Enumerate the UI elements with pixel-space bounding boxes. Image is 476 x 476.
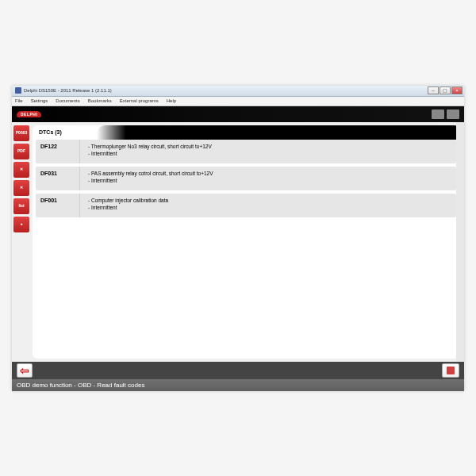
main-panel: DTCs (3) DF122 - Thermoplunger No3 relay… bbox=[33, 125, 459, 359]
menu-documents[interactable]: Documents bbox=[56, 98, 79, 103]
dtc-code: DF001 bbox=[36, 194, 80, 217]
brand-logo: DELPHI bbox=[17, 111, 41, 117]
dtc-row[interactable]: DF031 - PAS assembly relay cotrol circui… bbox=[36, 167, 456, 190]
header-button-1[interactable] bbox=[432, 109, 444, 119]
dtc-description: - Computer injector calibration data - I… bbox=[80, 194, 456, 217]
tool-settings-icon[interactable]: ✕ bbox=[13, 162, 29, 178]
minimize-button[interactable]: – bbox=[428, 86, 439, 94]
back-arrow-icon: ⇦ bbox=[20, 364, 29, 377]
dtc-code: DF031 bbox=[36, 167, 80, 190]
status-text: OBD demo function - OBD - Read fault cod… bbox=[17, 382, 144, 389]
menu-bookmarks[interactable]: Bookmarks bbox=[88, 98, 112, 103]
dtc-description: - Thermoplunger No3 relay circuit, short… bbox=[80, 140, 456, 163]
statusbar: OBD demo function - OBD - Read fault cod… bbox=[12, 379, 464, 391]
dtc-header: DTCs (3) bbox=[33, 125, 459, 140]
scrollbar[interactable] bbox=[456, 122, 464, 362]
close-button[interactable]: × bbox=[451, 86, 463, 94]
left-toolbar: P0603 PDF ✕ ✕ list ● bbox=[12, 122, 31, 362]
dtc-list: DF122 - Thermoplunger No3 relay circuit,… bbox=[33, 140, 459, 359]
dtc-row[interactable]: DF122 - Thermoplunger No3 relay circuit,… bbox=[36, 140, 456, 163]
dtc-row[interactable]: DF001 - Computer injector calibration da… bbox=[36, 194, 456, 217]
dtc-description: - PAS assembly relay cotrol circuit, sho… bbox=[80, 167, 456, 190]
content-area: P0603 PDF ✕ ✕ list ● DTCs (3) DF122 - Th… bbox=[12, 122, 464, 362]
back-button[interactable]: ⇦ bbox=[17, 363, 33, 378]
dtc-code: DF122 bbox=[36, 140, 80, 163]
window-title: Delphi DS150E - 2011 Release 1 (2.11.1) bbox=[24, 88, 112, 93]
menu-settings[interactable]: Settings bbox=[31, 98, 48, 103]
menu-external[interactable]: External programs bbox=[120, 98, 159, 103]
header-button-2[interactable] bbox=[447, 109, 459, 119]
dtc-title: DTCs (3) bbox=[39, 129, 62, 135]
maximize-button[interactable]: ▢ bbox=[440, 86, 451, 94]
action-icon bbox=[447, 367, 455, 374]
titlebar: Delphi DS150E - 2011 Release 1 (2.11.1) … bbox=[12, 86, 464, 97]
tool-pdf[interactable]: PDF bbox=[13, 144, 29, 159]
tool-erase-icon[interactable]: ✕ bbox=[13, 180, 29, 196]
menubar: File Settings Documents Bookmarks Extern… bbox=[12, 97, 464, 106]
tool-p0603[interactable]: P0603 bbox=[13, 125, 29, 141]
bottom-bar: ⇦ bbox=[12, 362, 464, 379]
header: DELPHI bbox=[12, 106, 464, 122]
menu-help[interactable]: Help bbox=[167, 98, 176, 103]
menu-file[interactable]: File bbox=[15, 98, 23, 103]
app-window: Delphi DS150E - 2011 Release 1 (2.11.1) … bbox=[12, 86, 464, 391]
app-icon bbox=[15, 87, 21, 94]
action-button[interactable] bbox=[442, 363, 459, 378]
tool-info[interactable]: ● bbox=[13, 217, 29, 232]
tool-list[interactable]: list bbox=[13, 198, 29, 214]
